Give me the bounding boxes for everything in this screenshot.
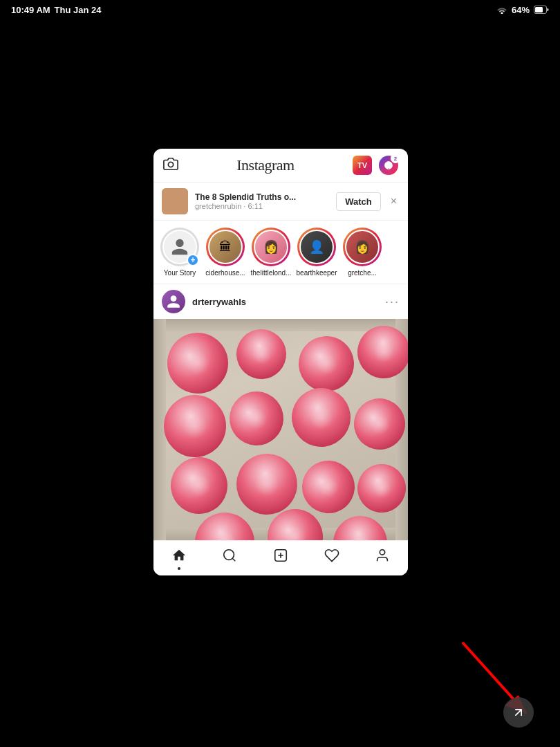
- instagram-card: Instagram TV 2 The 8 Splendid Truths o..…: [153, 149, 408, 575]
- status-left: 10:49 AM Thu Jan 24: [11, 5, 102, 15]
- status-bar: 10:49 AM Thu Jan 24 64%: [0, 0, 560, 19]
- gretche-ring: 👩: [343, 228, 382, 266]
- gretche-label: gretche...: [342, 269, 383, 277]
- status-right: 64%: [496, 5, 549, 15]
- battery-percent: 64%: [512, 5, 530, 15]
- bearthkeeper-ring: 👤: [297, 228, 336, 266]
- your-story-label: Your Story: [159, 269, 200, 277]
- bottom-nav: [153, 540, 408, 575]
- battery-icon: [534, 6, 549, 14]
- ciderhouse-ring: 🏛: [206, 228, 245, 266]
- gretche-avatar-wrap: 👩: [343, 228, 382, 266]
- nav-home[interactable]: [171, 548, 187, 567]
- ig-header: Instagram TV 2: [153, 149, 408, 183]
- igtv-icon[interactable]: TV: [353, 156, 372, 175]
- watch-button[interactable]: Watch: [336, 192, 381, 211]
- post-avatar[interactable]: [162, 290, 185, 313]
- ciderhouse-avatar: 🏛: [208, 230, 243, 264]
- thelittlelond-ring: 👩: [252, 228, 290, 266]
- instagram-logo: Instagram: [236, 156, 294, 174]
- your-story-avatar-wrap: +: [160, 228, 199, 266]
- banner-sub: gretchenrubin · 6:11: [195, 202, 329, 210]
- round-action-button[interactable]: [503, 697, 534, 728]
- banner-text: The 8 Splendid Truths o... gretchenrubin…: [195, 192, 329, 210]
- bearthkeeper-avatar-wrap: 👤: [297, 228, 336, 266]
- story-item-bearthkeeper[interactable]: 👤 bearthkeeper: [296, 228, 337, 277]
- notification-banner: The 8 Splendid Truths o... gretchenrubin…: [153, 183, 408, 221]
- ciderhouse-avatar-wrap: 🏛: [206, 228, 245, 266]
- notification-icon[interactable]: 2: [379, 156, 398, 175]
- svg-rect-1: [535, 7, 543, 12]
- story-item-your-story[interactable]: + Your Story: [159, 228, 200, 277]
- nav-search[interactable]: [222, 548, 237, 567]
- stories-row: + Your Story 🏛 ciderhouse... 👩 thelittle…: [153, 221, 408, 284]
- banner-user: gretchenrubin: [195, 202, 241, 210]
- post-header: drterrywahls ···: [153, 284, 408, 319]
- svg-point-5: [380, 550, 385, 555]
- nav-profile[interactable]: [375, 548, 390, 567]
- story-item-ciderhouse[interactable]: 🏛 ciderhouse...: [205, 228, 246, 277]
- gretche-avatar: 👩: [345, 230, 380, 264]
- close-button[interactable]: ×: [388, 194, 400, 209]
- banner-avatar: [162, 188, 188, 214]
- wifi-icon: [496, 6, 507, 14]
- arrow-annotation: [422, 609, 560, 747]
- banner-title: The 8 Splendid Truths o...: [195, 192, 329, 202]
- svg-point-2: [168, 162, 173, 167]
- bearthkeeper-label: bearthkeeper: [296, 269, 337, 277]
- thelittlelond-label: thelittlelond...: [250, 269, 292, 277]
- ciderhouse-label: ciderhouse...: [205, 269, 246, 277]
- post-image: [153, 319, 408, 540]
- bearthkeeper-avatar: 👤: [299, 230, 334, 264]
- post-username[interactable]: drterrywahls: [192, 297, 378, 307]
- notification-badge: 2: [391, 154, 400, 163]
- thelittlelond-avatar-wrap: 👩: [252, 228, 290, 266]
- thelittlelond-avatar: 👩: [254, 230, 288, 264]
- nav-heart[interactable]: [324, 548, 339, 567]
- svg-point-3: [224, 550, 234, 560]
- status-date: Thu Jan 24: [55, 5, 102, 15]
- banner-duration: 6:11: [248, 202, 262, 210]
- post-more-button[interactable]: ···: [385, 295, 400, 309]
- status-time: 10:49 AM: [11, 5, 50, 15]
- header-icons: TV 2: [353, 156, 398, 175]
- radish-container: [153, 319, 408, 540]
- story-item-thelittlelond[interactable]: 👩 thelittlelond...: [250, 228, 292, 277]
- add-story-badge: +: [187, 254, 199, 266]
- camera-icon[interactable]: [163, 156, 178, 175]
- nav-add[interactable]: [273, 548, 288, 567]
- story-item-gretche[interactable]: 👩 gretche...: [342, 228, 383, 277]
